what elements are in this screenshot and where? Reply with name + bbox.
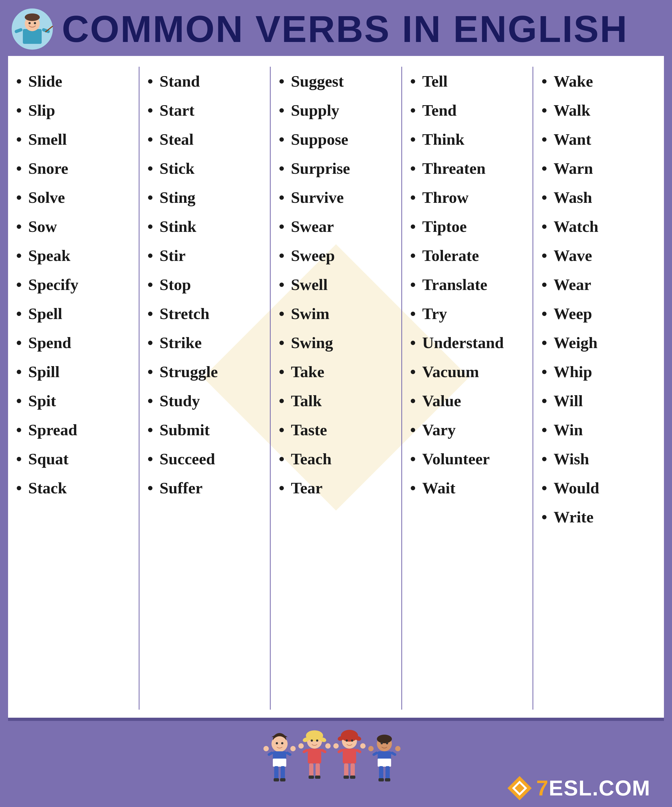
verb-item: Think	[410, 125, 525, 154]
verb-item: Steal	[147, 125, 262, 154]
verb-item: Swell	[279, 270, 393, 299]
svg-point-57	[386, 742, 388, 744]
page-title: COMMON VERBS IN ENGLISH	[62, 10, 628, 48]
verb-item: Slide	[16, 67, 131, 96]
svg-rect-1	[23, 29, 41, 44]
verb-item: Wait	[410, 473, 525, 503]
svg-point-63	[395, 746, 401, 751]
verb-item: Stack	[16, 473, 131, 503]
svg-point-18	[263, 746, 269, 751]
verb-item: Supply	[279, 96, 393, 125]
verb-item: Swing	[279, 328, 393, 357]
kids-illustration	[255, 727, 417, 803]
verb-item: Tend	[410, 96, 525, 125]
svg-point-19	[290, 746, 296, 751]
verb-item: Walk	[541, 96, 656, 125]
verb-item: Watch	[541, 212, 656, 241]
svg-rect-64	[379, 766, 383, 780]
svg-rect-34	[316, 764, 320, 777]
verb-item: Wake	[541, 67, 656, 96]
svg-rect-22	[274, 778, 279, 781]
verb-item: Surprise	[279, 154, 393, 183]
svg-rect-16	[267, 751, 274, 756]
svg-rect-44	[337, 748, 344, 754]
svg-point-13	[281, 742, 283, 744]
esl-diamond-icon	[506, 775, 533, 802]
verb-item: Tolerate	[410, 241, 525, 270]
verb-item: Survive	[279, 183, 393, 212]
verb-item: Stir	[147, 241, 262, 270]
verb-item: Write	[541, 503, 656, 531]
verb-item: Spit	[16, 386, 131, 415]
verb-item: Sow	[16, 212, 131, 241]
svg-rect-61	[390, 751, 397, 756]
svg-rect-43	[343, 749, 356, 764]
svg-rect-33	[309, 764, 313, 777]
verb-item: Spend	[16, 328, 131, 357]
verb-item: Suffer	[147, 473, 262, 503]
svg-rect-29	[302, 748, 309, 754]
svg-rect-23	[280, 778, 285, 781]
svg-rect-48	[344, 764, 348, 777]
verb-item: Slip	[16, 96, 131, 125]
verb-item: Spell	[16, 299, 131, 328]
verb-item: Would	[541, 473, 656, 503]
verb-item: Win	[541, 415, 656, 444]
verb-item: Taste	[279, 415, 393, 444]
svg-rect-50	[344, 775, 349, 779]
esl-logo-text: 7ESL.COM	[536, 776, 650, 800]
svg-rect-65	[386, 766, 390, 780]
svg-rect-30	[320, 748, 327, 754]
verb-item: Tear	[279, 473, 393, 503]
verb-item: Stink	[147, 212, 262, 241]
verb-item: Understand	[410, 328, 525, 357]
verb-item: Swear	[279, 212, 393, 241]
columns-wrapper: SlideSlipSmellSnoreSolveSowSpeakSpecifyS…	[8, 56, 664, 718]
verb-item: Stand	[147, 67, 262, 96]
verb-item: Swim	[279, 299, 393, 328]
verb-item: Vacuum	[410, 357, 525, 386]
svg-point-42	[351, 739, 353, 742]
verb-item: Wish	[541, 444, 656, 473]
verb-item: Sweep	[279, 241, 393, 270]
svg-rect-51	[350, 775, 355, 779]
bottom-section: 7ESL.COM	[8, 721, 664, 807]
svg-rect-28	[308, 749, 321, 764]
svg-rect-21	[281, 766, 285, 780]
verb-item: Solve	[16, 183, 131, 212]
verb-item: Weep	[541, 299, 656, 328]
svg-rect-36	[315, 775, 320, 779]
svg-point-27	[316, 739, 318, 742]
svg-point-32	[325, 743, 331, 749]
svg-point-26	[311, 739, 313, 742]
verb-item: Teach	[279, 444, 393, 473]
verb-item: Succeed	[147, 444, 262, 473]
verb-item: Will	[541, 386, 656, 415]
verb-list-1: SlideSlipSmellSnoreSolveSowSpeakSpecifyS…	[16, 67, 131, 503]
verb-item: Stretch	[147, 299, 262, 328]
verb-item: Wear	[541, 270, 656, 299]
verb-item: Warn	[541, 154, 656, 183]
main-content: SlideSlipSmellSnoreSolveSowSpeakSpecifyS…	[8, 56, 664, 718]
verb-item: Vary	[410, 415, 525, 444]
svg-point-46	[333, 743, 339, 749]
esl-logo: 7ESL.COM	[506, 775, 650, 802]
verb-item: Submit	[147, 415, 262, 444]
svg-rect-49	[351, 764, 355, 777]
verb-item: Volunteer	[410, 444, 525, 473]
verb-item: Whip	[541, 357, 656, 386]
svg-point-12	[276, 742, 278, 744]
verb-item: Spill	[16, 357, 131, 386]
verb-item: Want	[541, 125, 656, 154]
svg-rect-60	[372, 751, 379, 756]
svg-point-4	[28, 22, 31, 24]
svg-rect-66	[379, 778, 384, 781]
verb-item: Wash	[541, 183, 656, 212]
svg-rect-17	[285, 751, 292, 756]
verb-item: Suggest	[279, 67, 393, 96]
verb-item: Translate	[410, 270, 525, 299]
verb-item: Start	[147, 96, 262, 125]
column-5: WakeWalkWantWarnWashWatchWaveWearWeepWei…	[533, 67, 664, 710]
svg-rect-20	[274, 766, 278, 780]
verb-item: Try	[410, 299, 525, 328]
